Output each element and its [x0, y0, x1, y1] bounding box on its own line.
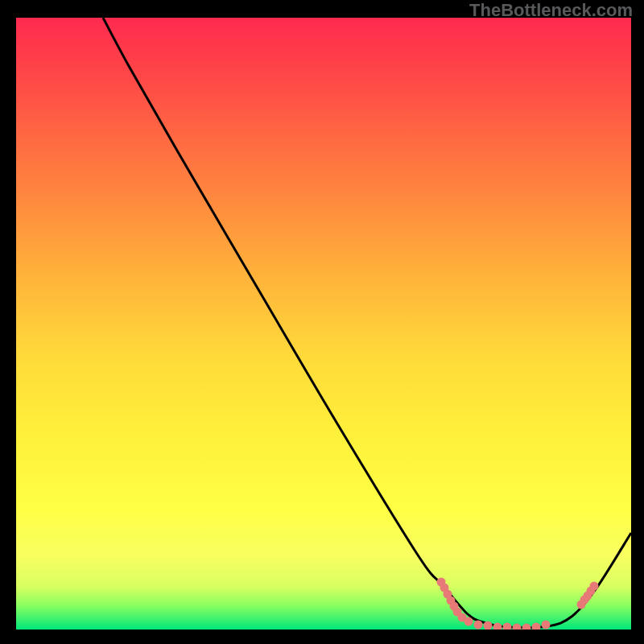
marker-dot: [532, 623, 541, 630]
marker-dot: [522, 624, 531, 630]
chart-svg: [16, 18, 631, 630]
chart-container: TheBottleneck.com: [0, 0, 644, 644]
marker-dot: [493, 623, 502, 630]
bottleneck-curve: [103, 18, 631, 628]
marker-dot: [590, 582, 599, 591]
marker-dot: [464, 617, 473, 626]
marker-dot: [542, 621, 551, 630]
marker-dot: [484, 621, 493, 630]
marker-group: [437, 578, 599, 630]
marker-dot: [503, 623, 512, 630]
plot-area: [16, 18, 631, 630]
marker-dot: [474, 621, 483, 630]
marker-dot: [513, 624, 522, 630]
